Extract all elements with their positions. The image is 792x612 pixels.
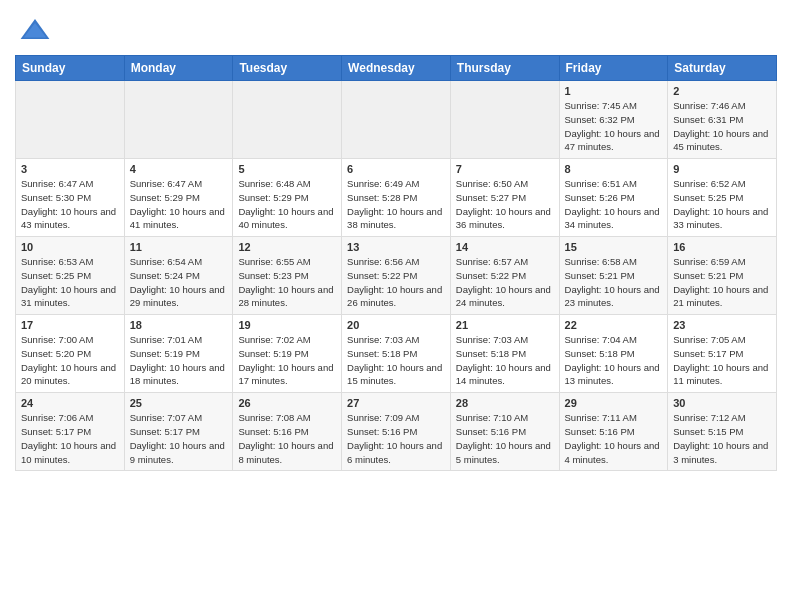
day-info: Sunrise: 7:01 AMSunset: 5:19 PMDaylight:… bbox=[130, 333, 228, 388]
calendar-cell: 7 Sunrise: 6:50 AMSunset: 5:27 PMDayligh… bbox=[450, 159, 559, 237]
weekday-header-friday: Friday bbox=[559, 56, 668, 81]
calendar-cell: 30 Sunrise: 7:12 AMSunset: 5:15 PMDaylig… bbox=[668, 393, 777, 471]
day-number: 12 bbox=[238, 241, 336, 253]
logo bbox=[15, 15, 51, 47]
day-info: Sunrise: 7:10 AMSunset: 5:16 PMDaylight:… bbox=[456, 411, 554, 466]
week-row-2: 3 Sunrise: 6:47 AMSunset: 5:30 PMDayligh… bbox=[16, 159, 777, 237]
day-info: Sunrise: 7:06 AMSunset: 5:17 PMDaylight:… bbox=[21, 411, 119, 466]
day-info: Sunrise: 7:09 AMSunset: 5:16 PMDaylight:… bbox=[347, 411, 445, 466]
day-number: 15 bbox=[565, 241, 663, 253]
calendar-cell: 26 Sunrise: 7:08 AMSunset: 5:16 PMDaylig… bbox=[233, 393, 342, 471]
calendar-cell: 14 Sunrise: 6:57 AMSunset: 5:22 PMDaylig… bbox=[450, 237, 559, 315]
day-info: Sunrise: 6:51 AMSunset: 5:26 PMDaylight:… bbox=[565, 177, 663, 232]
calendar-cell: 29 Sunrise: 7:11 AMSunset: 5:16 PMDaylig… bbox=[559, 393, 668, 471]
day-number: 28 bbox=[456, 397, 554, 409]
weekday-header-row: SundayMondayTuesdayWednesdayThursdayFrid… bbox=[16, 56, 777, 81]
day-number: 3 bbox=[21, 163, 119, 175]
calendar-cell: 22 Sunrise: 7:04 AMSunset: 5:18 PMDaylig… bbox=[559, 315, 668, 393]
day-info: Sunrise: 6:52 AMSunset: 5:25 PMDaylight:… bbox=[673, 177, 771, 232]
day-info: Sunrise: 6:56 AMSunset: 5:22 PMDaylight:… bbox=[347, 255, 445, 310]
calendar-cell bbox=[233, 81, 342, 159]
day-info: Sunrise: 6:58 AMSunset: 5:21 PMDaylight:… bbox=[565, 255, 663, 310]
page: SundayMondayTuesdayWednesdayThursdayFrid… bbox=[0, 0, 792, 486]
day-info: Sunrise: 6:53 AMSunset: 5:25 PMDaylight:… bbox=[21, 255, 119, 310]
weekday-header-thursday: Thursday bbox=[450, 56, 559, 81]
day-info: Sunrise: 7:45 AMSunset: 6:32 PMDaylight:… bbox=[565, 99, 663, 154]
day-number: 13 bbox=[347, 241, 445, 253]
day-number: 21 bbox=[456, 319, 554, 331]
day-info: Sunrise: 6:47 AMSunset: 5:30 PMDaylight:… bbox=[21, 177, 119, 232]
day-info: Sunrise: 7:02 AMSunset: 5:19 PMDaylight:… bbox=[238, 333, 336, 388]
day-number: 7 bbox=[456, 163, 554, 175]
day-number: 9 bbox=[673, 163, 771, 175]
day-info: Sunrise: 6:49 AMSunset: 5:28 PMDaylight:… bbox=[347, 177, 445, 232]
calendar-cell: 21 Sunrise: 7:03 AMSunset: 5:18 PMDaylig… bbox=[450, 315, 559, 393]
day-number: 29 bbox=[565, 397, 663, 409]
day-number: 25 bbox=[130, 397, 228, 409]
day-info: Sunrise: 6:57 AMSunset: 5:22 PMDaylight:… bbox=[456, 255, 554, 310]
day-number: 6 bbox=[347, 163, 445, 175]
calendar-cell: 1 Sunrise: 7:45 AMSunset: 6:32 PMDayligh… bbox=[559, 81, 668, 159]
calendar-cell: 6 Sunrise: 6:49 AMSunset: 5:28 PMDayligh… bbox=[342, 159, 451, 237]
day-number: 8 bbox=[565, 163, 663, 175]
day-info: Sunrise: 7:04 AMSunset: 5:18 PMDaylight:… bbox=[565, 333, 663, 388]
calendar-cell: 24 Sunrise: 7:06 AMSunset: 5:17 PMDaylig… bbox=[16, 393, 125, 471]
calendar-cell: 23 Sunrise: 7:05 AMSunset: 5:17 PMDaylig… bbox=[668, 315, 777, 393]
calendar-cell: 17 Sunrise: 7:00 AMSunset: 5:20 PMDaylig… bbox=[16, 315, 125, 393]
day-number: 4 bbox=[130, 163, 228, 175]
day-number: 17 bbox=[21, 319, 119, 331]
calendar-cell: 25 Sunrise: 7:07 AMSunset: 5:17 PMDaylig… bbox=[124, 393, 233, 471]
day-info: Sunrise: 7:12 AMSunset: 5:15 PMDaylight:… bbox=[673, 411, 771, 466]
weekday-header-sunday: Sunday bbox=[16, 56, 125, 81]
week-row-4: 17 Sunrise: 7:00 AMSunset: 5:20 PMDaylig… bbox=[16, 315, 777, 393]
header bbox=[15, 10, 777, 47]
calendar-cell: 3 Sunrise: 6:47 AMSunset: 5:30 PMDayligh… bbox=[16, 159, 125, 237]
calendar-cell: 20 Sunrise: 7:03 AMSunset: 5:18 PMDaylig… bbox=[342, 315, 451, 393]
day-number: 16 bbox=[673, 241, 771, 253]
day-info: Sunrise: 6:48 AMSunset: 5:29 PMDaylight:… bbox=[238, 177, 336, 232]
calendar-cell: 19 Sunrise: 7:02 AMSunset: 5:19 PMDaylig… bbox=[233, 315, 342, 393]
day-info: Sunrise: 6:50 AMSunset: 5:27 PMDaylight:… bbox=[456, 177, 554, 232]
day-number: 11 bbox=[130, 241, 228, 253]
calendar-cell: 27 Sunrise: 7:09 AMSunset: 5:16 PMDaylig… bbox=[342, 393, 451, 471]
day-info: Sunrise: 7:03 AMSunset: 5:18 PMDaylight:… bbox=[456, 333, 554, 388]
day-info: Sunrise: 6:59 AMSunset: 5:21 PMDaylight:… bbox=[673, 255, 771, 310]
calendar-cell: 8 Sunrise: 6:51 AMSunset: 5:26 PMDayligh… bbox=[559, 159, 668, 237]
day-number: 5 bbox=[238, 163, 336, 175]
calendar-cell: 11 Sunrise: 6:54 AMSunset: 5:24 PMDaylig… bbox=[124, 237, 233, 315]
calendar-cell: 10 Sunrise: 6:53 AMSunset: 5:25 PMDaylig… bbox=[16, 237, 125, 315]
calendar-cell: 9 Sunrise: 6:52 AMSunset: 5:25 PMDayligh… bbox=[668, 159, 777, 237]
day-number: 27 bbox=[347, 397, 445, 409]
calendar-cell bbox=[450, 81, 559, 159]
day-info: Sunrise: 7:03 AMSunset: 5:18 PMDaylight:… bbox=[347, 333, 445, 388]
day-info: Sunrise: 7:08 AMSunset: 5:16 PMDaylight:… bbox=[238, 411, 336, 466]
calendar-cell: 15 Sunrise: 6:58 AMSunset: 5:21 PMDaylig… bbox=[559, 237, 668, 315]
day-number: 30 bbox=[673, 397, 771, 409]
day-number: 19 bbox=[238, 319, 336, 331]
weekday-header-monday: Monday bbox=[124, 56, 233, 81]
day-number: 23 bbox=[673, 319, 771, 331]
week-row-1: 1 Sunrise: 7:45 AMSunset: 6:32 PMDayligh… bbox=[16, 81, 777, 159]
day-number: 26 bbox=[238, 397, 336, 409]
calendar-cell: 4 Sunrise: 6:47 AMSunset: 5:29 PMDayligh… bbox=[124, 159, 233, 237]
day-info: Sunrise: 6:54 AMSunset: 5:24 PMDaylight:… bbox=[130, 255, 228, 310]
calendar-cell: 5 Sunrise: 6:48 AMSunset: 5:29 PMDayligh… bbox=[233, 159, 342, 237]
calendar-cell: 2 Sunrise: 7:46 AMSunset: 6:31 PMDayligh… bbox=[668, 81, 777, 159]
day-number: 14 bbox=[456, 241, 554, 253]
day-info: Sunrise: 7:46 AMSunset: 6:31 PMDaylight:… bbox=[673, 99, 771, 154]
day-number: 24 bbox=[21, 397, 119, 409]
weekday-header-wednesday: Wednesday bbox=[342, 56, 451, 81]
week-row-5: 24 Sunrise: 7:06 AMSunset: 5:17 PMDaylig… bbox=[16, 393, 777, 471]
weekday-header-saturday: Saturday bbox=[668, 56, 777, 81]
calendar-cell bbox=[124, 81, 233, 159]
week-row-3: 10 Sunrise: 6:53 AMSunset: 5:25 PMDaylig… bbox=[16, 237, 777, 315]
weekday-header-tuesday: Tuesday bbox=[233, 56, 342, 81]
day-info: Sunrise: 7:07 AMSunset: 5:17 PMDaylight:… bbox=[130, 411, 228, 466]
logo-icon bbox=[19, 15, 51, 47]
day-info: Sunrise: 7:05 AMSunset: 5:17 PMDaylight:… bbox=[673, 333, 771, 388]
day-number: 10 bbox=[21, 241, 119, 253]
day-number: 22 bbox=[565, 319, 663, 331]
day-info: Sunrise: 6:47 AMSunset: 5:29 PMDaylight:… bbox=[130, 177, 228, 232]
day-number: 2 bbox=[673, 85, 771, 97]
calendar-cell: 18 Sunrise: 7:01 AMSunset: 5:19 PMDaylig… bbox=[124, 315, 233, 393]
